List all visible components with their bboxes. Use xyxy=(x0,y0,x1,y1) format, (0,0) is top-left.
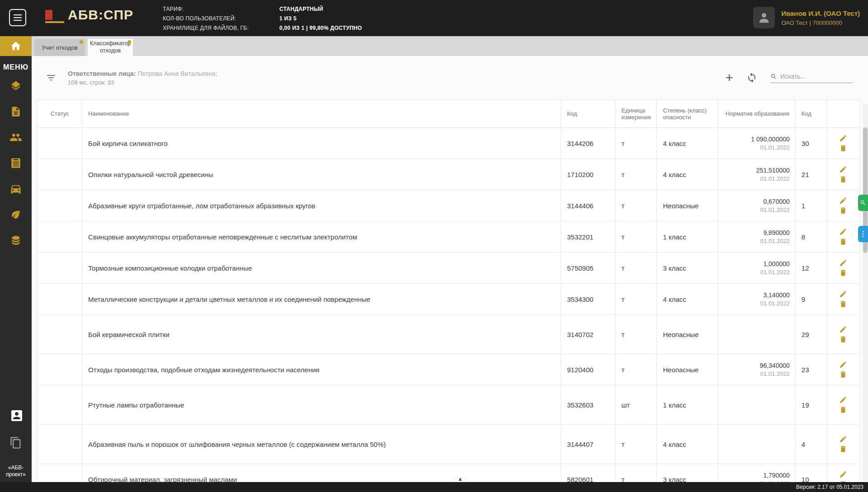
table-row[interactable]: Опилки натуральной чистой древесины 1710… xyxy=(38,159,860,190)
pencil-icon xyxy=(839,197,847,205)
sidebar-item-people[interactable] xyxy=(9,131,22,144)
code-cell: 3140702 xyxy=(561,315,615,354)
more-options-fab[interactable]: ⋮ xyxy=(858,226,868,242)
delete-button[interactable] xyxy=(838,174,848,184)
plan-info: ТАРИФ: СТАНДАРТНЫЙ КОЛ-ВО ПОЛЬЗОВАТЕЛЕЙ:… xyxy=(163,6,362,31)
edit-button[interactable] xyxy=(838,289,848,299)
code2-cell: 1 xyxy=(795,190,827,221)
code-cell: 5750905 xyxy=(561,253,615,284)
logo-text: АБВ:СПР xyxy=(68,7,133,23)
edit-button[interactable] xyxy=(838,258,848,268)
unit-cell: т xyxy=(615,425,657,464)
name-cell: Металлические конструкции и детали цветн… xyxy=(82,284,561,315)
edit-button[interactable] xyxy=(838,227,848,237)
filter-button[interactable] xyxy=(45,72,57,84)
delete-button[interactable] xyxy=(838,405,848,415)
edit-button[interactable] xyxy=(838,133,848,143)
table-row[interactable]: Бой керамической плитки 3140702 т Неопас… xyxy=(38,315,860,354)
delete-button[interactable] xyxy=(838,237,848,247)
sidebar-item-copy[interactable] xyxy=(9,436,22,449)
sidebar-item-ecology[interactable] xyxy=(9,208,22,221)
sidebar-item-report[interactable] xyxy=(9,105,22,118)
user-menu[interactable]: Иванов И.И. (ОАО Тест) ОАО Тест | 700000… xyxy=(753,7,860,28)
norm-cell: 1,790000 01.01.2022 xyxy=(718,464,795,483)
tab-waste-classifier[interactable]: Классификатор отходов xyxy=(88,39,133,56)
status-cell xyxy=(38,284,82,315)
edit-button[interactable] xyxy=(838,164,848,174)
table-row[interactable]: Ртутные лампы отработанные 3532603 шт 1 … xyxy=(38,385,860,425)
collapse-footer-chevron[interactable]: ▲ xyxy=(453,476,467,482)
trash-icon xyxy=(839,144,847,152)
sidebar-item-account[interactable] xyxy=(9,408,22,421)
name-cell: Опилки натуральной чистой древесины xyxy=(82,159,561,190)
code-cell: 3532201 xyxy=(561,221,615,253)
delete-button[interactable] xyxy=(838,268,848,278)
table-row[interactable]: Обтирочный материал, загрязненный маслам… xyxy=(38,464,860,483)
tab-label: Учет отходов xyxy=(42,44,77,51)
edit-button[interactable] xyxy=(838,395,848,405)
col-name: Наименование xyxy=(82,100,561,128)
sidebar-item-database[interactable] xyxy=(9,234,22,247)
hazard-cell: Неопасные xyxy=(657,354,718,385)
add-button[interactable]: + xyxy=(725,71,733,84)
sidebar-item-calculator[interactable] xyxy=(9,157,22,169)
table-row[interactable]: Металлические конструкции и детали цветн… xyxy=(38,284,860,315)
table-row[interactable]: Абразивные круги отработанные, лом отраб… xyxy=(38,190,860,221)
name-cell: Тормозные композиционные колодки отработ… xyxy=(82,253,561,284)
table-row[interactable]: Отходы производства, подобные отходам жи… xyxy=(38,354,860,385)
delete-button[interactable] xyxy=(838,206,848,216)
delete-button[interactable] xyxy=(838,370,848,380)
users-label: КОЛ-ВО ПОЛЬЗОВАТЕЛЕЙ: xyxy=(163,15,279,22)
name-cell: Обтирочный материал, загрязненный маслам… xyxy=(82,464,561,483)
col-unit: Единица измерения xyxy=(615,100,657,128)
delete-button[interactable] xyxy=(838,299,848,309)
search-input[interactable] xyxy=(780,73,853,80)
status-cell xyxy=(38,464,82,483)
delete-button[interactable] xyxy=(838,334,848,344)
code2-cell: 21 xyxy=(795,159,827,190)
sidebar-item-layers[interactable] xyxy=(9,80,22,92)
table-row[interactable]: Свинцовые аккумуляторы отработанные непо… xyxy=(38,221,860,253)
status-cell xyxy=(38,159,82,190)
table-row[interactable]: Тормозные композиционные колодки отработ… xyxy=(38,253,860,284)
status-cell xyxy=(38,221,82,253)
status-cell xyxy=(38,354,82,385)
refresh-button[interactable] xyxy=(746,72,758,84)
filter-list-icon xyxy=(46,72,57,83)
table-row[interactable]: Бой кирпича силикатного 3144206 т 4 клас… xyxy=(38,128,860,159)
delete-button[interactable] xyxy=(838,143,848,153)
table-body: Бой кирпича силикатного 3144206 т 4 клас… xyxy=(38,128,860,483)
code2-cell: 23 xyxy=(795,354,827,385)
vertical-scrollbar[interactable] xyxy=(863,104,868,481)
edit-button[interactable] xyxy=(838,324,848,334)
quick-search-fab[interactable] xyxy=(858,195,868,211)
sidebar-item-transport[interactable] xyxy=(9,183,22,195)
table-row[interactable]: Абразивная пыль и порошок от шлифования … xyxy=(38,425,860,464)
col-actions xyxy=(827,100,859,128)
home-button[interactable] xyxy=(0,36,32,56)
search-box xyxy=(770,73,853,83)
edit-button[interactable] xyxy=(838,469,848,479)
norm-cell: 3,140000 01.01.2022 xyxy=(718,284,795,315)
norm-cell xyxy=(718,315,795,354)
status-cell xyxy=(38,315,82,354)
code-cell: 1710200 xyxy=(561,159,615,190)
tab-dot-icon xyxy=(127,40,131,44)
hamburger-menu-button[interactable] xyxy=(9,9,26,26)
row-actions xyxy=(827,464,859,483)
top-header: АБВ:СПР ТАРИФ: СТАНДАРТНЫЙ КОЛ-ВО ПОЛЬЗО… xyxy=(0,0,868,36)
hazard-cell: 4 класс xyxy=(657,425,718,464)
edit-button[interactable] xyxy=(838,434,848,444)
avatar xyxy=(753,7,775,28)
person-icon xyxy=(757,11,771,24)
edit-button[interactable] xyxy=(838,360,848,370)
tab-bar: Учет отходов Классификатор отходов xyxy=(32,36,868,56)
pencil-icon xyxy=(839,134,847,142)
delete-button[interactable] xyxy=(838,444,848,454)
toolbar: Ответственные лица: Петрова Анна Виталье… xyxy=(32,56,868,99)
edit-button[interactable] xyxy=(838,196,848,206)
code-cell: 3532603 xyxy=(561,385,615,425)
unit-cell: т xyxy=(615,284,657,315)
tab-waste-accounting[interactable]: Учет отходов xyxy=(34,39,85,56)
app-logo: АБВ:СПР xyxy=(45,7,133,23)
